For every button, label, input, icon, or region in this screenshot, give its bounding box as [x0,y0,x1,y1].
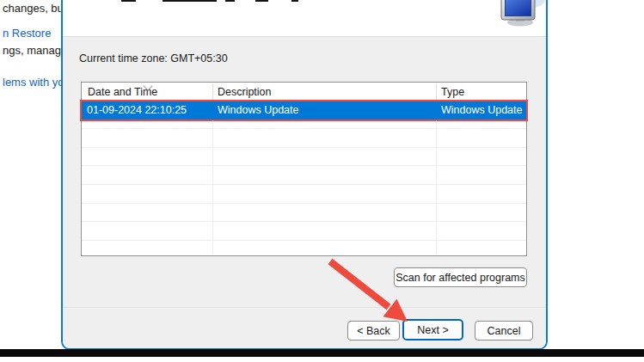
grid-column-line [212,120,213,255]
background-link-restore[interactable]: n Restore [3,27,51,40]
grid-row-line [82,128,526,129]
restore-point-row-selected[interactable]: 01-09-2024 22:10:25 Windows Update Windo… [82,101,526,120]
cell-type: Windows Update [441,104,523,116]
background-text-fragment: ngs, manage [3,44,67,57]
clipped-title-mark [255,0,268,2]
grid-row-line [82,165,526,166]
grid-row-line [82,184,526,185]
column-divider[interactable] [436,83,437,101]
column-divider[interactable] [212,83,213,101]
grid-row-line [82,147,526,148]
background-text-fragment: changes, but [3,2,66,15]
clipped-title-mark [163,0,217,2]
current-time-zone-label: Current time zone: GMT+05:30 [79,52,228,64]
clipped-title-mark [291,0,298,2]
cell-date-and-time: 01-09-2024 22:10:25 [87,104,187,116]
clipped-title-mark [225,0,235,2]
cancel-button[interactable]: Cancel [475,321,533,341]
grid-row-line [82,240,526,241]
cell-description: Windows Update [218,104,299,116]
system-restore-computer-icon [496,0,545,27]
grid-row-line [82,221,526,222]
screenshot-root: { "window": { "background_fragments": [ … [0,0,644,362]
window-edge-bar [0,349,644,357]
annotation-arrow [318,254,421,335]
column-header-description[interactable]: Description [218,86,272,98]
grid-row-line [82,203,526,204]
restore-points-table: Date and Time Description Type 01-09-202… [81,82,527,256]
footer-divider [63,307,546,308]
clipped-title-mark [121,0,136,2]
column-header-type[interactable]: Type [441,86,464,98]
background-link-problems[interactable]: lems with yo [3,76,64,89]
grid-column-line [436,120,437,255]
